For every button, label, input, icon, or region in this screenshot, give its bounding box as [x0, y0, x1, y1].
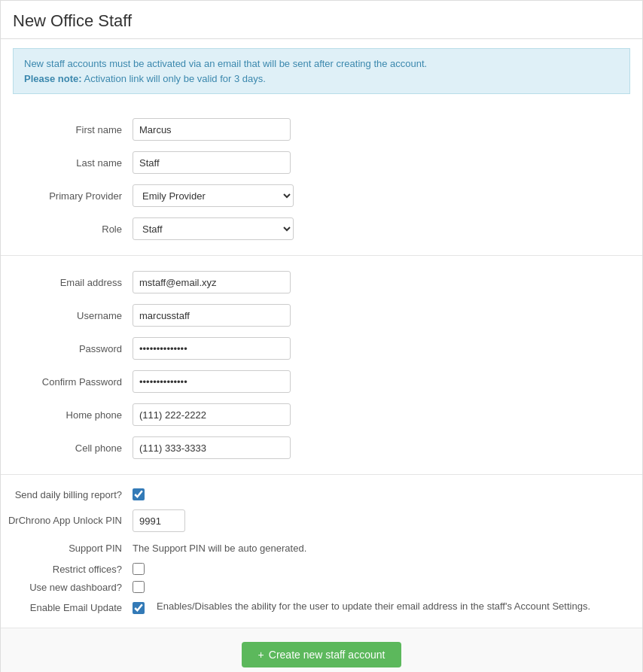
cell-phone-label: Cell phone [1, 442, 133, 454]
page-container: New Office Staff New staff accounts must… [0, 0, 643, 672]
email-row: Email address [1, 268, 642, 296]
email-update-label: Enable Email Update [1, 601, 133, 613]
username-input[interactable] [133, 304, 291, 327]
primary-provider-row: Primary Provider Emily Provider Other Pr… [1, 181, 642, 210]
password-input[interactable] [133, 337, 291, 360]
confirm-password-label: Confirm Password [1, 376, 133, 388]
billing-report-label: Send daily billing report? [1, 489, 133, 500]
create-staff-button[interactable]: + Create new staff account [242, 642, 402, 667]
restrict-offices-checkbox[interactable] [133, 563, 145, 575]
banner-line1: New staff accounts must be activated via… [24, 58, 427, 69]
email-label: Email address [1, 277, 133, 288]
support-pin-row: Support PIN The Support PIN will be auto… [1, 540, 642, 557]
restrict-offices-label: Restrict offices? [1, 564, 133, 575]
banner-bold: Please note: [24, 73, 82, 84]
info-banner: New staff accounts must be activated via… [13, 48, 630, 94]
new-dashboard-row: Use new dashboard? [1, 581, 642, 593]
email-update-desc: Enables/Disables the ability for the use… [157, 601, 590, 612]
email-update-row: Enable Email Update Enables/Disables the… [1, 601, 642, 614]
email-update-checkbox[interactable] [133, 602, 145, 614]
new-dashboard-checkbox[interactable] [133, 581, 145, 593]
confirm-password-row: Confirm Password [1, 367, 642, 396]
credentials-section: Email address Username Password Confirm … [1, 256, 642, 475]
primary-provider-label: Primary Provider [1, 190, 133, 202]
pin-input[interactable] [133, 509, 185, 532]
role-select[interactable]: Staff Admin Biller [133, 217, 294, 240]
extras-section: Send daily billing report? DrChrono App … [1, 475, 642, 628]
password-label: Password [1, 343, 133, 354]
role-label: Role [1, 223, 133, 235]
pin-label: DrChrono App Unlock PIN [1, 515, 133, 528]
page-title: New Office Staff [13, 11, 630, 31]
create-button-label: Create new staff account [269, 649, 385, 661]
home-phone-row: Home phone [1, 400, 642, 429]
restrict-offices-row: Restrict offices? [1, 563, 642, 575]
first-name-row: First name [1, 115, 642, 144]
username-label: Username [1, 310, 133, 321]
pin-row: DrChrono App Unlock PIN [1, 506, 642, 535]
cell-phone-input[interactable] [133, 436, 291, 459]
primary-provider-select[interactable]: Emily Provider Other Provider [133, 184, 294, 207]
name-provider-section: First name Last name Primary Provider Em… [1, 103, 642, 256]
last-name-row: Last name [1, 148, 642, 177]
role-row: Role Staff Admin Biller [1, 214, 642, 243]
first-name-input[interactable] [133, 118, 291, 141]
banner-line2: Activation link will only be valid for 3… [84, 73, 266, 84]
support-pin-text: The Support PIN will be auto generated. [133, 543, 306, 554]
page-header: New Office Staff [1, 1, 642, 39]
first-name-label: First name [1, 124, 133, 135]
last-name-input[interactable] [133, 151, 291, 174]
footer-section: + Create new staff account [1, 628, 642, 672]
new-dashboard-label: Use new dashboard? [1, 582, 133, 593]
last-name-label: Last name [1, 157, 133, 169]
billing-report-row: Send daily billing report? [1, 488, 642, 500]
billing-report-checkbox[interactable] [133, 488, 145, 500]
create-button-icon: + [258, 649, 264, 661]
password-row: Password [1, 334, 642, 363]
email-input[interactable] [133, 271, 291, 293]
username-row: Username [1, 301, 642, 330]
support-pin-label: Support PIN [1, 543, 133, 554]
home-phone-label: Home phone [1, 409, 133, 421]
home-phone-input[interactable] [133, 403, 291, 426]
confirm-password-input[interactable] [133, 370, 291, 393]
cell-phone-row: Cell phone [1, 433, 642, 462]
